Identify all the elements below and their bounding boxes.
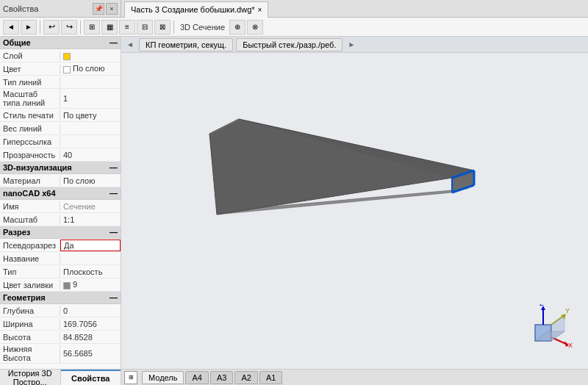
section-cut: Разрез —: [0, 226, 121, 239]
nav-btn-geometry[interactable]: КП геометрия, секущ.: [139, 38, 233, 51]
drawing-area[interactable]: Z X Y ⊞ Модель A4 A3 A2: [121, 53, 588, 385]
viewport-nav: ◄ КП геометрия, секущ. Быстрый стек./раз…: [121, 37, 588, 53]
toolbar-undo-btn[interactable]: ↩: [43, 20, 60, 35]
toolbar-btn1[interactable]: ⊞: [84, 20, 100, 35]
prop-bottom-height: Нижняя Высота 56.5685: [0, 344, 121, 364]
properties-content: Общие — Слой Цвет По слою Тип линий Масш…: [0, 37, 121, 369]
toolbar: ◄ ► ↩ ↪ ⊞ ▦ ≡ ⊟ ⊠ 3D Сечение ⊕ ⊗: [0, 18, 588, 37]
document-tab[interactable]: Часть 3 Создание бобышки.dwg* ×: [124, 1, 268, 18]
nav-arrow-left[interactable]: ◄: [124, 39, 136, 51]
properties-panel: Общие — Слой Цвет По слою Тип линий Масш…: [0, 37, 121, 385]
svg-text:Y: Y: [565, 307, 570, 314]
tab-a3[interactable]: A3: [210, 371, 233, 384]
toolbar-btn4[interactable]: ⊟: [137, 20, 153, 35]
prop-layer: Слой: [0, 49, 121, 62]
prop-color: Цвет По слою: [0, 62, 121, 76]
prop-lineweight: Вес линий: [0, 122, 121, 135]
section-3d-viz: 3D-визуализация —: [0, 162, 121, 174]
tab-title: Часть 3 Создание бобышки.dwg*: [131, 5, 255, 14]
tab-model[interactable]: Модель: [142, 371, 184, 384]
nav-arrow-right[interactable]: ►: [345, 39, 357, 51]
section-general: Общие —: [0, 37, 121, 49]
toolbar-btn5[interactable]: ⊠: [154, 20, 171, 35]
tab-a2[interactable]: A2: [234, 371, 257, 384]
tab-close-icon[interactable]: ×: [258, 6, 262, 14]
svg-text:X: X: [568, 342, 573, 349]
prop-print-style: Стиль печати По цвету: [0, 109, 121, 122]
axis-indicator: Z X Y: [514, 304, 573, 363]
prop-scale: Масштаб 1:1: [0, 213, 121, 226]
section-geometry: Геометрия —: [0, 292, 121, 304]
prop-fill-color: Цвет заливки 9: [0, 278, 121, 292]
grid-icon[interactable]: ⊞: [124, 371, 137, 384]
toolbar-btn6[interactable]: ⊕: [229, 20, 245, 35]
prop-linetype-scale: Масштаб типа линий 1: [0, 89, 121, 109]
prop-linetype: Тип линий: [0, 76, 121, 89]
tab-a1[interactable]: A1: [259, 371, 282, 384]
prop-depth: Глубина 0: [0, 304, 121, 317]
viewport-bottom-tabs: ⊞ Модель A4 A3 A2 A1: [121, 369, 588, 385]
prop-cut-name: Название: [0, 252, 121, 265]
properties-tab[interactable]: Свойства: [61, 370, 121, 385]
toolbar-btn7[interactable]: ⊗: [247, 20, 263, 35]
section-nanocad: nanoCAD x64 —: [0, 187, 121, 200]
prop-name: Имя Сечение: [0, 200, 121, 213]
svg-text:Z: Z: [539, 304, 544, 307]
prop-material: Материал По слою: [0, 174, 121, 187]
prop-hyperlink: Гиперссылка: [0, 135, 121, 148]
prop-pseudocut: Псевдоразрез Да: [0, 239, 121, 252]
toolbar-btn2[interactable]: ▦: [101, 20, 118, 35]
toolbar-fwd-btn[interactable]: ►: [21, 20, 37, 35]
toolbar-redo-btn[interactable]: ↪: [61, 20, 77, 35]
3d-shape: [202, 97, 481, 259]
toolbar-3d-section-label: 3D Сечение: [177, 23, 228, 32]
tab-a4[interactable]: A4: [185, 371, 208, 384]
prop-width: Ширина 169.7056: [0, 317, 121, 331]
panel-pin-btn[interactable]: 📌: [93, 3, 104, 15]
prop-transparency: Прозрачность 40: [0, 148, 121, 162]
viewport: ◄ КП геометрия, секущ. Быстрый стек./раз…: [121, 37, 588, 385]
prop-type: Тип Плоскость: [0, 265, 121, 278]
nav-btn-quick[interactable]: Быстрый стек./разр./реб.: [236, 38, 343, 51]
properties-footer: История 3D Постро... Свойства: [0, 369, 121, 385]
panel-close-btn[interactable]: ×: [106, 3, 118, 15]
panel-title: Свойства: [3, 4, 38, 13]
toolbar-btn3[interactable]: ≡: [119, 20, 135, 35]
prop-height: Высота 84.8528: [0, 331, 121, 344]
history-tab[interactable]: История 3D Постро...: [0, 370, 61, 385]
toolbar-back-btn[interactable]: ◄: [3, 20, 19, 35]
